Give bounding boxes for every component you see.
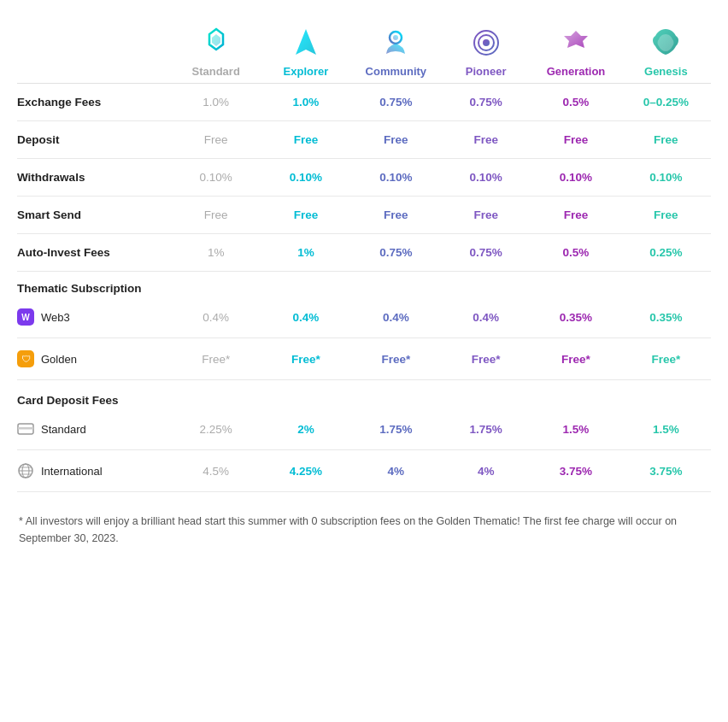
auto-invest-explorer: 1% xyxy=(261,246,350,259)
card-standard-community: 1.75% xyxy=(351,423,441,436)
golden-label: 🛡 Golden xyxy=(17,350,171,367)
deposit-community: Free xyxy=(351,133,441,146)
withdrawals-explorer: 0.10% xyxy=(261,171,350,184)
web3-explorer: 0.4% xyxy=(261,311,350,324)
smart-send-standard: Free xyxy=(171,208,261,221)
auto-invest-community: 0.75% xyxy=(351,246,441,259)
tier-generation-label: Generation xyxy=(547,65,606,78)
withdrawals-pioneer: 0.10% xyxy=(441,171,531,184)
deposit-explorer: Free xyxy=(261,133,350,146)
golden-icon: 🛡 xyxy=(17,350,34,367)
web3-genesis: 0.35% xyxy=(621,311,711,324)
web3-standard: 0.4% xyxy=(171,311,261,324)
tier-genesis-label: Genesis xyxy=(644,65,688,78)
thematic-heading: Thematic Subscription xyxy=(17,282,171,295)
tier-genesis: Genesis xyxy=(621,26,711,78)
tier-explorer-label: Explorer xyxy=(284,65,329,78)
deposit-pioneer: Free xyxy=(441,133,531,146)
card-intl-genesis: 3.75% xyxy=(621,465,711,478)
smart-send-genesis: Free xyxy=(621,208,711,221)
smart-send-row: Smart Send Free Free Free Free Free Free xyxy=(17,197,711,234)
withdrawals-community: 0.10% xyxy=(351,171,441,184)
pioneer-icon xyxy=(469,26,503,60)
withdrawals-label: Withdrawals xyxy=(17,171,171,184)
svg-point-5 xyxy=(483,39,490,46)
withdrawals-generation: 0.10% xyxy=(531,171,620,184)
exchange-community: 0.75% xyxy=(351,96,441,109)
tier-pioneer-label: Pioneer xyxy=(466,65,507,78)
card-intl-community: 4% xyxy=(351,465,441,478)
card-international-row: International 4.5% 4.25% 4% 4% 3.75% 3.7… xyxy=(17,450,711,492)
web3-pioneer: 0.4% xyxy=(441,311,531,324)
tier-community: Community xyxy=(351,26,441,78)
card-intl-standard: 4.5% xyxy=(171,465,261,478)
footnote: * All investors will enjoy a brilliant h… xyxy=(17,513,711,547)
smart-send-community: Free xyxy=(351,208,441,221)
svg-text:W: W xyxy=(21,313,30,322)
tier-generation: Generation xyxy=(531,26,620,78)
web3-community: 0.4% xyxy=(351,311,441,324)
exchange-explorer: 1.0% xyxy=(261,96,350,109)
card-intl-pioneer: 4% xyxy=(441,465,531,478)
golden-row: 🛡 Golden Free* Free* Free* Free* Free* F… xyxy=(17,338,711,380)
auto-invest-standard: 1% xyxy=(171,246,261,259)
golden-genesis: Free* xyxy=(621,353,711,366)
standard-icon xyxy=(199,26,233,60)
exchange-fees-label: Exchange Fees xyxy=(17,96,171,109)
svg-marker-0 xyxy=(296,29,316,55)
withdrawals-genesis: 0.10% xyxy=(621,171,711,184)
golden-pioneer: Free* xyxy=(441,353,531,366)
golden-explorer: Free* xyxy=(261,353,350,366)
web3-row: W Web3 0.4% 0.4% 0.4% 0.4% 0.35% 0.35% xyxy=(17,296,711,338)
auto-invest-generation: 0.5% xyxy=(531,246,620,259)
golden-generation: Free* xyxy=(531,353,620,366)
tier-pioneer: Pioneer xyxy=(441,26,531,78)
card-icon xyxy=(17,420,34,437)
tier-standard: Standard xyxy=(171,26,261,78)
tier-standard-label: Standard xyxy=(191,65,239,78)
auto-invest-label: Auto-Invest Fees xyxy=(17,246,171,259)
golden-standard: Free* xyxy=(171,353,261,366)
card-standard-generation: 1.5% xyxy=(531,423,620,436)
card-international-label: International xyxy=(17,462,171,479)
card-standard-genesis: 1.5% xyxy=(621,423,711,436)
svg-point-2 xyxy=(393,35,398,40)
card-standard-label: Standard xyxy=(17,420,171,437)
tier-explorer: Explorer xyxy=(261,26,350,78)
card-standard-pioneer: 1.75% xyxy=(441,423,531,436)
web3-label: W Web3 xyxy=(17,308,171,326)
withdrawals-standard: 0.10% xyxy=(171,171,261,184)
generation-icon xyxy=(559,26,593,60)
exchange-pioneer: 0.75% xyxy=(441,96,531,109)
auto-invest-genesis: 0.25% xyxy=(621,246,711,259)
deposit-standard: Free xyxy=(171,133,261,146)
footnote-text: * All investors will enjoy a brilliant h… xyxy=(19,515,677,544)
exchange-generation: 0.5% xyxy=(531,96,620,109)
deposit-generation: Free xyxy=(531,133,620,146)
withdrawals-row: Withdrawals 0.10% 0.10% 0.10% 0.10% 0.10… xyxy=(17,159,711,197)
web3-icon: W xyxy=(17,308,34,326)
smart-send-label: Smart Send xyxy=(17,208,171,221)
card-intl-explorer: 4.25% xyxy=(261,465,350,478)
explorer-icon xyxy=(289,26,323,60)
deposit-row: Deposit Free Free Free Free Free Free xyxy=(17,121,711,159)
exchange-standard: 1.0% xyxy=(171,96,261,109)
card-standard-explorer: 2% xyxy=(261,423,350,436)
thematic-heading-row: Thematic Subscription xyxy=(17,272,711,296)
card-standard-standard: 2.25% xyxy=(171,423,261,436)
smart-send-generation: Free xyxy=(531,208,620,221)
card-intl-generation: 3.75% xyxy=(531,465,620,478)
card-standard-row: Standard 2.25% 2% 1.75% 1.75% 1.5% 1.5% xyxy=(17,408,711,450)
auto-invest-row: Auto-Invest Fees 1% 1% 0.75% 0.75% 0.5% … xyxy=(17,234,711,272)
globe-icon xyxy=(17,462,34,479)
golden-community: Free* xyxy=(351,353,441,366)
community-icon xyxy=(379,26,413,60)
pricing-table: Standard Explorer xyxy=(17,17,711,547)
deposit-genesis: Free xyxy=(621,133,711,146)
auto-invest-pioneer: 0.75% xyxy=(441,246,531,259)
exchange-fees-row: Exchange Fees 1.0% 1.0% 0.75% 0.75% 0.5%… xyxy=(17,84,711,121)
deposit-label: Deposit xyxy=(17,133,171,146)
genesis-icon xyxy=(649,26,683,60)
smart-send-explorer: Free xyxy=(261,208,350,221)
card-deposit-heading-row: Card Deposit Fees xyxy=(17,380,711,408)
